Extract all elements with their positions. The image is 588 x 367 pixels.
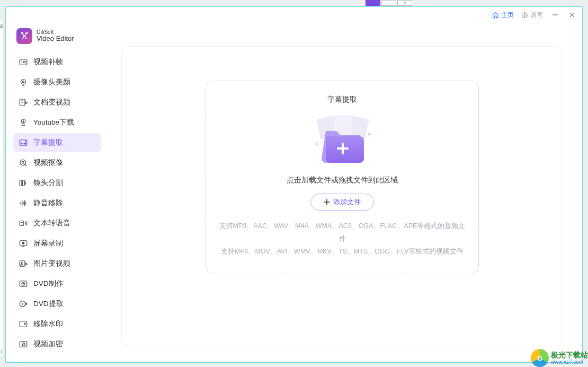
sidebar-item-label: 视频抠像 bbox=[33, 158, 63, 168]
download-icon bbox=[19, 118, 28, 127]
camera-beauty-icon bbox=[19, 77, 28, 87]
image-video-icon bbox=[19, 259, 28, 268]
svg-point-8 bbox=[21, 80, 26, 84]
supported-audio-formats: 支持MP3、AAC、WAV、M4A、WMA、AC3、OGA、FLAC、APE等格… bbox=[218, 220, 467, 246]
sidebar-item-screen-record[interactable]: 屏幕录制 bbox=[13, 234, 101, 253]
brand-line2: Video Editor bbox=[37, 35, 74, 42]
sidebar-item-lens-split[interactable]: 镜头分割 bbox=[13, 173, 101, 193]
titlebar: 主页 语言 bbox=[6, 7, 582, 23]
tts-icon bbox=[19, 219, 28, 228]
drop-hint: 点击加载文件或拖拽文件到此区域 bbox=[287, 176, 398, 185]
sidebar-item-doc-to-video[interactable]: 文档变视频 bbox=[13, 93, 101, 112]
sidebar-item-label: 镜头分割 bbox=[33, 178, 63, 188]
add-file-label: 添加文件 bbox=[333, 197, 361, 207]
background-window-tabs: X bbox=[366, 0, 412, 6]
plus-icon bbox=[324, 199, 330, 205]
svg-point-25 bbox=[22, 282, 25, 285]
svg-point-7 bbox=[23, 61, 25, 63]
svg-point-22 bbox=[21, 262, 22, 263]
sidebar: GiliSoft Video Editor 视频补帧 摄像头美颜 文档变视频 Y… bbox=[6, 23, 109, 362]
doc-video-icon bbox=[19, 98, 28, 107]
split-icon bbox=[19, 178, 28, 188]
sidebar-item-label: Youtube下载 bbox=[33, 118, 74, 127]
sidebar-item-youtube-download[interactable]: Youtube下载 bbox=[13, 113, 101, 132]
frame-plus-icon bbox=[19, 57, 28, 67]
sidebar-item-subtitle-extract[interactable]: 字幕提取 bbox=[13, 133, 101, 152]
svg-rect-18 bbox=[20, 221, 24, 226]
sidebar-item-label: 视频补帧 bbox=[33, 57, 63, 67]
svg-rect-16 bbox=[20, 180, 22, 186]
sidebar-item-image-to-video[interactable]: 图片变视频 bbox=[13, 254, 101, 273]
panel-title: 字幕提取 bbox=[327, 95, 357, 104]
home-icon bbox=[492, 12, 499, 19]
main-panel: 字幕提取 bbox=[109, 23, 582, 362]
language-label: 语言 bbox=[530, 11, 543, 20]
sidebar-item-tts[interactable]: 文本转语音 bbox=[13, 214, 101, 233]
close-button[interactable] bbox=[567, 10, 577, 20]
svg-rect-17 bbox=[23, 180, 25, 186]
sidebar-item-silence-remove[interactable]: 静音移除 bbox=[13, 194, 101, 213]
svg-point-20 bbox=[22, 242, 24, 244]
sidebar-item-dvd-make[interactable]: DVD制作 bbox=[13, 274, 101, 293]
svg-point-15 bbox=[22, 161, 24, 163]
sidebar-item-camera-beauty[interactable]: 摄像头美颜 bbox=[13, 73, 101, 92]
svg-rect-31 bbox=[23, 344, 25, 346]
encrypt-icon bbox=[19, 339, 28, 349]
svg-rect-24 bbox=[20, 281, 27, 287]
language-button[interactable]: 语言 bbox=[521, 11, 543, 20]
svg-rect-30 bbox=[20, 342, 27, 347]
sidebar-item-label: 摄像头美颜 bbox=[33, 77, 70, 87]
drop-zone[interactable]: 字幕提取 bbox=[206, 81, 479, 274]
svg-marker-23 bbox=[25, 263, 28, 266]
logo-icon bbox=[16, 28, 32, 44]
cutout-icon bbox=[19, 158, 28, 168]
svg-point-4 bbox=[21, 32, 22, 33]
home-button[interactable]: 主页 bbox=[492, 11, 514, 20]
dvd-extract-icon bbox=[19, 299, 28, 309]
sidebar-item-label: 字幕提取 bbox=[33, 138, 63, 147]
svg-point-14 bbox=[20, 160, 26, 165]
add-file-button[interactable]: 添加文件 bbox=[310, 194, 374, 211]
svg-point-26 bbox=[23, 283, 24, 284]
sidebar-item-label: 文本转语音 bbox=[33, 219, 70, 228]
waveform-icon bbox=[19, 198, 28, 208]
sidebar-item-label: 移除水印 bbox=[33, 319, 63, 329]
svg-point-9 bbox=[22, 81, 24, 83]
sidebar-item-label: DVD制作 bbox=[33, 279, 64, 289]
svg-rect-29 bbox=[20, 321, 27, 327]
sidebar-item-remove-watermark[interactable]: 移除水印 bbox=[13, 314, 101, 334]
external-rail: ≣⟨ bbox=[0, 21, 4, 356]
sidebar-item-label: 屏幕录制 bbox=[33, 239, 63, 248]
svg-point-5 bbox=[26, 32, 27, 33]
screen-record-icon bbox=[19, 239, 28, 248]
svg-point-35 bbox=[368, 133, 371, 136]
sidebar-item-label: DVD提取 bbox=[33, 299, 64, 309]
home-label: 主页 bbox=[501, 11, 514, 20]
svg-point-27 bbox=[20, 301, 25, 307]
sidebar-item-label: 视频加密 bbox=[33, 339, 63, 349]
main-card: 字幕提取 bbox=[121, 46, 563, 346]
app-window: 主页 语言 GiliSoft Video Editor bbox=[5, 6, 583, 363]
supported-video-formats: 支持MP4、MOV、AVI、WMV、MKV、TS、MTS、OGG、FLV等格式的… bbox=[221, 246, 464, 258]
sidebar-item-dvd-extract[interactable]: DVD提取 bbox=[13, 294, 101, 313]
folder-add-icon bbox=[308, 113, 377, 166]
sidebar-item-label: 静音移除 bbox=[33, 198, 63, 208]
globe-icon bbox=[521, 12, 528, 19]
app-logo: GiliSoft Video Editor bbox=[13, 26, 101, 53]
svg-marker-11 bbox=[25, 102, 28, 104]
sidebar-item-video-cutout[interactable]: 视频抠像 bbox=[13, 153, 101, 172]
minimize-button[interactable] bbox=[550, 10, 560, 20]
sidebar-item-video-interpolation[interactable]: 视频补帧 bbox=[13, 53, 101, 72]
svg-point-28 bbox=[22, 303, 23, 304]
dvd-make-icon bbox=[19, 279, 28, 289]
sidebar-item-label: 图片变视频 bbox=[33, 259, 70, 268]
sidebar-item-video-encrypt[interactable]: 视频加密 bbox=[13, 335, 101, 354]
subtitle-icon bbox=[19, 138, 28, 147]
remove-watermark-icon bbox=[19, 319, 28, 329]
sidebar-item-label: 文档变视频 bbox=[33, 98, 70, 107]
